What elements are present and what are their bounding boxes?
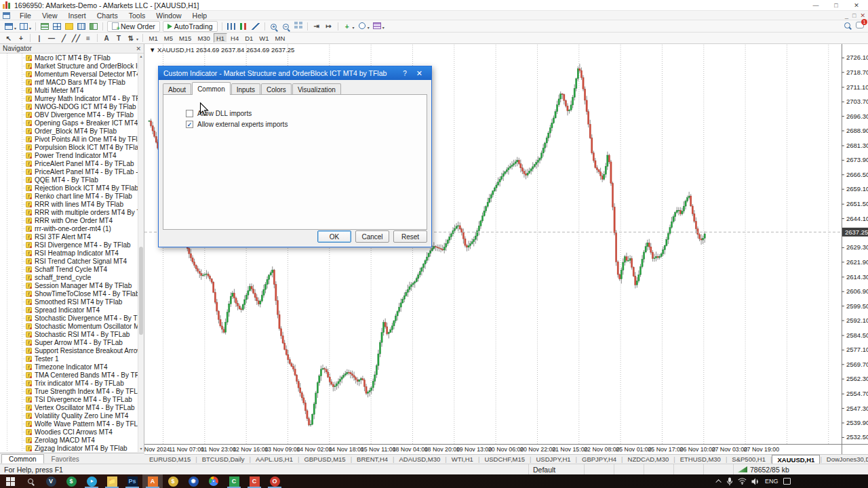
trendline-icon[interactable]: ╱: [58, 33, 69, 43]
chart-tab-nzdcadm30[interactable]: NZDCAD,M30: [623, 455, 674, 464]
fibonacci-icon[interactable]: ≡: [83, 33, 94, 43]
timeframe-h1-button[interactable]: H1: [214, 33, 227, 43]
chat-icon[interactable]: 1: [856, 22, 864, 28]
timeframe-h4-button[interactable]: H4: [228, 33, 241, 43]
navigator-item[interactable]: ƒStochastic Divergence MT4 - By TFlab: [0, 314, 138, 322]
new-chart-icon-dropdown[interactable]: ▾: [14, 26, 16, 30]
navigator-item[interactable]: ƒRRR with multiple orders MT4 By TFlab: [0, 208, 138, 216]
mdi-minimize-button[interactable]: _: [845, 12, 848, 19]
wifi-icon[interactable]: [738, 478, 747, 485]
dialog-close-button[interactable]: ✕: [412, 69, 427, 78]
indicators-icon-dropdown[interactable]: ▾: [353, 26, 355, 30]
navigator-item[interactable]: ƒTester 1: [0, 354, 138, 363]
menu-help[interactable]: Help: [187, 12, 213, 20]
navigator-item[interactable]: ƒStochastic Momentum Oscillator MT4: [0, 322, 138, 330]
chrome-icon[interactable]: [203, 474, 224, 488]
data-window-icon[interactable]: [52, 22, 62, 31]
text-icon[interactable]: A: [101, 33, 112, 43]
arrows-icon-dropdown[interactable]: ▾: [136, 37, 138, 41]
navigator-item[interactable]: ƒTrix indicator MT4 - By TFLab: [0, 379, 138, 387]
timeframe-m5-button[interactable]: M5: [161, 33, 176, 43]
status-profile[interactable]: Default: [529, 464, 585, 474]
navigator-item[interactable]: ƒRSI Trend Catcher Signal MT4: [0, 257, 138, 265]
indicators-icon[interactable]: +: [342, 22, 353, 31]
media-app-icon[interactable]: V: [41, 474, 61, 488]
chart-tab-eurusdm15[interactable]: EURUSD,M15: [144, 455, 195, 464]
navigator-tab-favorites[interactable]: Favorites: [44, 454, 87, 464]
navigator-item[interactable]: ƒTimezone Indicator MT4: [0, 363, 138, 371]
scroll-up-icon[interactable]: ▴: [138, 54, 144, 60]
timeframe-w1-button[interactable]: W1: [256, 33, 271, 43]
navigator-item[interactable]: ƒVolatility Quality Zero Line MT4: [0, 411, 138, 420]
navigator-close-icon[interactable]: ✕: [136, 45, 141, 52]
navigator-item[interactable]: ƒSpread Indicator MT4: [0, 306, 138, 314]
metatrader-icon[interactable]: A: [142, 474, 163, 488]
start-button[interactable]: [0, 474, 20, 488]
microphone-icon[interactable]: [726, 477, 733, 486]
menu-insert[interactable]: Insert: [63, 12, 92, 20]
zoom-in-icon[interactable]: +: [269, 22, 279, 32]
arrows-icon[interactable]: ⇅: [125, 33, 136, 43]
photoshop-icon[interactable]: Ps: [122, 474, 142, 488]
menu-file[interactable]: File: [14, 12, 37, 20]
chart-tab-adausdm30[interactable]: ADAUSD,M30: [395, 455, 446, 464]
notification-center-icon[interactable]: [783, 478, 791, 485]
chart-tab-brenth4[interactable]: BRENT,H4: [352, 455, 393, 464]
allow-external-experts-row[interactable]: Allow external experts imports: [186, 121, 288, 128]
chart-tab-btcusddaily[interactable]: BTCUSD,Daily: [197, 455, 250, 464]
navigator-item[interactable]: ƒPivot Points All in One MT4 by TFlab: [0, 135, 138, 143]
file-explorer-icon[interactable]: 📁: [102, 474, 122, 488]
reset-button[interactable]: Reset: [393, 230, 427, 243]
maximize-button[interactable]: □: [826, 0, 846, 11]
navigator-item[interactable]: ƒShowTimeToClose MT4 - By TFlab: [0, 289, 138, 298]
navigator-item[interactable]: ƒMulti Meter MT4: [0, 86, 138, 94]
navigator-item[interactable]: ƒRRR with One Order MT4: [0, 216, 138, 224]
navigator-item[interactable]: ƒRSI Heatmap Indicator MT4: [0, 249, 138, 257]
dialog-tab-common[interactable]: Common: [192, 82, 231, 95]
navigator-item[interactable]: ƒmtf MACD Bars MT4 by TFlab: [0, 78, 138, 86]
profiles-icon-dropdown[interactable]: ▾: [29, 26, 31, 30]
new-chart-icon[interactable]: [3, 22, 14, 31]
navigator-item[interactable]: ƒMacro ICT MT4 By TFlab: [0, 54, 138, 62]
templates-icon-dropdown[interactable]: ▾: [382, 26, 384, 30]
navigator-item[interactable]: ƒNWOG-NDOG ICT MT4 By TFlab: [0, 102, 138, 110]
line-chart-icon[interactable]: [250, 22, 261, 31]
auto-scroll-icon[interactable]: ⇥: [311, 22, 322, 31]
navigator-item[interactable]: ƒPriceAlert Panel MT4 - By TFLab: [0, 159, 138, 167]
timeframe-d1-button[interactable]: D1: [242, 33, 256, 43]
chart-tab-wtih1[interactable]: WTI,H1: [447, 455, 478, 464]
navigator-item[interactable]: ƒSuper Arrow MT4 - By TFLab: [0, 338, 138, 346]
navigator-item[interactable]: ƒRSI Divergence MT4 - By TFlab: [0, 241, 138, 249]
chart-tab-xauusdh1[interactable]: XAUUSD,H1: [772, 455, 820, 464]
candlestick-icon[interactable]: [238, 22, 249, 31]
chart-tab-dowjones30daily[interactable]: DowJones30,Daily: [822, 455, 868, 464]
navigator-item[interactable]: ƒTrue Strength Index MT4 - By TFLab: [0, 387, 138, 395]
new-order-button[interactable]: New Order: [107, 21, 160, 32]
navigator-item[interactable]: ƒMurrey Math Indicator MT4 - By TFlab: [0, 94, 138, 102]
chart-tab-ethusdm30[interactable]: ETHUSD,M30: [675, 455, 726, 464]
profiles-icon[interactable]: [18, 22, 29, 31]
navigator-item[interactable]: ƒQQE MT4 - By TFlab: [0, 176, 138, 184]
templates-icon[interactable]: [372, 21, 382, 30]
navigator-item[interactable]: ƒPower Trend Indicator MT4: [0, 151, 138, 159]
navigator-item[interactable]: ƒZerolag MACD MT4: [0, 436, 138, 444]
minimize-button[interactable]: —: [806, 0, 826, 11]
navigator-item[interactable]: ƒOpening Gaps + Breaker ICT MT4 By TFlab: [0, 119, 138, 127]
menu-charts[interactable]: Charts: [92, 12, 123, 20]
navigator-item[interactable]: ƒOBV Divergence MT4 - By TFlab: [0, 110, 138, 119]
navigator-item[interactable]: ƒPriceAlert Panel MT4 - By TFLab - Copy: [0, 167, 138, 176]
periods-icon-dropdown[interactable]: ▾: [368, 26, 370, 30]
terminal-icon[interactable]: [76, 22, 87, 31]
coin-app-icon[interactable]: $: [163, 474, 183, 488]
telegram-icon[interactable]: [81, 474, 102, 488]
dialog-tab-colors[interactable]: Colors: [261, 83, 292, 95]
chart-shift-icon[interactable]: ↦: [323, 22, 334, 31]
market-watch-icon[interactable]: [39, 22, 50, 31]
navigator-icon[interactable]: [64, 22, 75, 31]
scrollbar-thumb[interactable]: [139, 247, 143, 335]
vertical-line-icon[interactable]: |: [34, 33, 45, 43]
green-app-icon[interactable]: $: [61, 474, 81, 488]
dialog-tab-inputs[interactable]: Inputs: [231, 83, 260, 95]
photos-icon[interactable]: ✹: [183, 474, 203, 488]
navigator-item[interactable]: ƒWolfe Wave Pattern MT4 - By TFLab: [0, 420, 138, 428]
